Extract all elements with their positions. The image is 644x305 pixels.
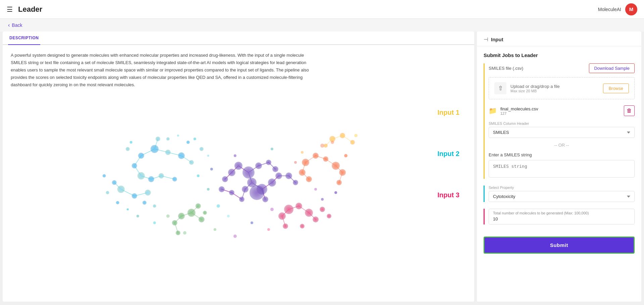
right-panel-header: ⊣ Input — [477, 32, 641, 46]
app-title: Leader — [18, 5, 42, 14]
input-icon: ⊣ — [484, 36, 488, 43]
svg-point-85 — [302, 159, 309, 166]
svg-point-37 — [130, 141, 133, 144]
browse-button[interactable]: Browse — [603, 84, 629, 93]
svg-point-30 — [153, 204, 156, 208]
svg-point-33 — [103, 174, 106, 177]
file-count: 127 — [500, 111, 538, 115]
svg-point-29 — [143, 201, 147, 205]
svg-point-13 — [138, 153, 144, 159]
svg-point-87 — [323, 156, 329, 162]
svg-point-23 — [172, 177, 177, 182]
svg-point-128 — [340, 133, 345, 138]
svg-point-117 — [199, 216, 205, 222]
svg-point-34 — [166, 137, 170, 141]
svg-point-134 — [227, 215, 230, 217]
svg-point-39 — [194, 138, 196, 140]
svg-point-106 — [283, 223, 288, 229]
svg-point-132 — [207, 188, 210, 191]
svg-point-90 — [306, 176, 312, 182]
svg-point-147 — [127, 208, 129, 210]
svg-point-75 — [219, 186, 225, 192]
svg-point-142 — [234, 235, 237, 238]
svg-point-109 — [327, 214, 332, 218]
back-button[interactable]: ‹ Back — [8, 22, 22, 28]
back-bar: ‹ Back — [0, 19, 644, 32]
input-label-3: Input 3 — [437, 191, 459, 199]
molecules-count-input[interactable] — [489, 215, 634, 224]
header-right: MoleculeAI M — [598, 3, 637, 15]
svg-point-70 — [242, 186, 249, 193]
svg-point-60 — [235, 162, 243, 170]
svg-point-21 — [148, 176, 154, 182]
svg-point-137 — [210, 168, 213, 170]
svg-point-103 — [305, 209, 313, 217]
svg-point-118 — [172, 220, 178, 225]
svg-point-105 — [279, 212, 286, 220]
svg-point-133 — [217, 204, 220, 208]
svg-point-145 — [153, 221, 156, 224]
input-label-2: Input 2 — [437, 150, 459, 158]
submit-button[interactable]: Submit — [484, 237, 635, 254]
svg-point-27 — [112, 180, 117, 185]
upload-icon: ⇧ — [494, 82, 506, 94]
avatar[interactable]: M — [625, 3, 637, 15]
svg-point-28 — [126, 147, 130, 151]
tab-description[interactable]: DESCRIPTION — [8, 32, 40, 45]
svg-point-41 — [197, 174, 200, 177]
svg-point-91 — [339, 169, 346, 176]
user-name: MoleculeAI — [598, 7, 621, 12]
right-panel-body: Submit Jobs to Leader SMILES file (.csv)… — [477, 46, 641, 302]
svg-point-40 — [207, 155, 209, 157]
svg-point-38 — [177, 135, 179, 137]
svg-point-95 — [344, 154, 348, 157]
description-text: A powerful system designed to generate m… — [11, 52, 313, 89]
svg-point-14 — [151, 145, 159, 153]
molecule-svg — [11, 89, 466, 256]
svg-point-18 — [189, 160, 194, 165]
delete-file-button[interactable]: 🗑 — [624, 105, 635, 116]
upload-area[interactable]: ⇧ Upload or drag/drop a file Max size 20… — [489, 77, 635, 99]
svg-point-108 — [320, 207, 325, 212]
panel-header-title: Input — [491, 37, 503, 42]
svg-point-32 — [106, 191, 109, 194]
property-select[interactable]: Cytotoxicity — [489, 191, 635, 202]
svg-point-24 — [117, 186, 125, 193]
svg-point-139 — [301, 151, 304, 154]
svg-point-107 — [300, 224, 305, 228]
svg-point-67 — [273, 166, 279, 172]
svg-point-146 — [137, 215, 139, 217]
upload-text: Upload or drag/drop a file Max size 20 M… — [510, 84, 560, 93]
svg-point-138 — [294, 161, 297, 164]
smiles-string-input[interactable] — [489, 160, 635, 177]
svg-point-66 — [266, 160, 271, 165]
svg-point-88 — [332, 162, 340, 170]
svg-point-131 — [354, 134, 358, 137]
svg-point-140 — [271, 148, 274, 150]
svg-point-16 — [165, 150, 171, 155]
tab-bar: DESCRIPTION — [3, 32, 474, 45]
svg-point-102 — [296, 203, 302, 209]
menu-icon[interactable]: ☰ — [7, 5, 13, 13]
svg-point-141 — [214, 228, 216, 231]
select-property-label: Select Property — [489, 186, 635, 190]
svg-point-92 — [337, 180, 342, 185]
left-panel: DESCRIPTION A powerful system designed t… — [3, 32, 474, 302]
svg-point-76 — [229, 190, 235, 195]
molecules-input-label: Total number of molecules to be generate… — [489, 209, 634, 215]
svg-point-17 — [178, 152, 185, 159]
svg-point-22 — [159, 173, 164, 179]
svg-point-36 — [200, 147, 204, 151]
svg-point-89 — [299, 169, 306, 176]
svg-point-150 — [335, 191, 337, 194]
svg-point-74 — [293, 180, 298, 185]
svg-point-123 — [183, 231, 187, 235]
smiles-column-select[interactable]: SMILES — [489, 127, 635, 138]
svg-point-61 — [255, 162, 262, 169]
svg-point-71 — [239, 197, 245, 202]
left-content: A powerful system designed to generate m… — [3, 45, 474, 302]
download-sample-button[interactable]: Download Sample — [589, 63, 635, 73]
back-chevron-icon: ‹ — [8, 22, 10, 28]
svg-point-64 — [268, 179, 276, 187]
svg-point-72 — [262, 196, 268, 202]
